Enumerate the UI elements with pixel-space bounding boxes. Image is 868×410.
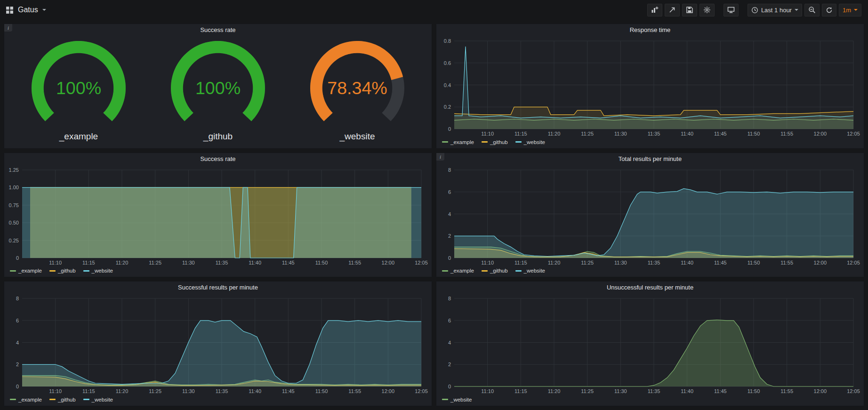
y-tick-label: 2 <box>16 362 19 368</box>
add-panel-button[interactable] <box>647 4 662 16</box>
x-tick-label: 11:20 <box>548 388 561 394</box>
y-tick-label: 4 <box>448 211 451 217</box>
panel-title[interactable]: Unsuccessful results per minute <box>436 281 864 294</box>
dashboard-grid-icon <box>6 6 14 14</box>
x-tick-label: 11:40 <box>249 260 261 265</box>
legend-label: _website <box>92 268 113 273</box>
cycle-view-button[interactable] <box>723 4 739 16</box>
gauge-group: 100%_example100%_github78.34%_website <box>4 36 432 148</box>
zoom-out-button[interactable] <box>804 4 820 16</box>
x-tick-label: 11:15 <box>514 260 527 265</box>
y-tick-label: 0 <box>16 255 19 261</box>
x-tick-label: 11:35 <box>648 260 660 265</box>
legend-item-_example[interactable]: _example <box>10 268 42 273</box>
panel-info-icon[interactable]: i <box>4 24 12 32</box>
legend-item-_website[interactable]: _website <box>83 397 113 402</box>
legend-item-_website[interactable]: _website <box>83 268 113 273</box>
legend-marker <box>442 270 448 272</box>
save-button[interactable] <box>682 4 697 16</box>
x-tick-label: 11:45 <box>714 131 727 137</box>
refresh-button[interactable] <box>822 4 836 16</box>
y-tick-label: 1.00 <box>9 185 19 190</box>
x-tick-label: 11:20 <box>548 260 561 265</box>
legend: _example_github_website <box>4 396 432 406</box>
caret-down-icon <box>42 9 46 11</box>
legend-item-_example[interactable]: _example <box>442 139 474 145</box>
share-button[interactable] <box>665 4 680 16</box>
x-tick-label: 11:50 <box>315 260 328 265</box>
legend: _example_github_website <box>4 267 432 277</box>
x-tick-label: 11:45 <box>282 260 295 265</box>
panel-title[interactable]: Total results per minute <box>436 153 864 165</box>
gear-icon <box>703 6 711 14</box>
x-tick-label: 11:55 <box>780 131 793 137</box>
legend-item-_example[interactable]: _example <box>442 268 474 273</box>
legend-marker <box>10 270 16 272</box>
x-tick-label: 11:50 <box>315 388 328 394</box>
x-tick-label: 12:05 <box>415 388 428 394</box>
zoom-out-icon <box>808 6 816 14</box>
legend-item-_github[interactable]: _github <box>49 268 76 273</box>
response-time-chart[interactable]: 11:1011:1511:2011:2511:3011:3511:4011:45… <box>436 36 864 138</box>
x-tick-label: 11:15 <box>514 388 527 394</box>
y-tick-label: 0 <box>448 255 451 261</box>
y-tick-label: 4 <box>16 340 19 346</box>
legend: _website <box>436 396 864 406</box>
x-tick-label: 11:45 <box>714 388 727 394</box>
legend-item-_website[interactable]: _website <box>515 268 545 273</box>
refresh-interval-button[interactable]: 1m <box>839 4 861 16</box>
x-tick-label: 11:20 <box>116 388 129 394</box>
legend-marker <box>83 270 89 272</box>
success-rate-chart[interactable]: 11:1011:1511:2011:2511:3011:3511:4011:45… <box>4 165 432 267</box>
panel-total-results: i Total results per minute 11:1011:1511:… <box>436 153 864 278</box>
settings-button[interactable] <box>699 4 715 16</box>
dashboard-title-button[interactable]: Gatus <box>6 6 46 14</box>
legend-item-_github[interactable]: _github <box>482 139 508 145</box>
legend: _example_github_website <box>436 267 864 277</box>
y-tick-label: 1.25 <box>9 167 19 173</box>
panel-title[interactable]: Success rate <box>4 153 432 165</box>
x-tick-label: 11:10 <box>49 388 62 394</box>
y-tick-label: 0.8 <box>444 38 451 44</box>
x-tick-label: 12:00 <box>814 388 827 394</box>
x-tick-label: 11:25 <box>581 388 594 394</box>
panel-title[interactable]: Response time <box>436 24 864 36</box>
panel-title[interactable]: Successful results per minute <box>4 281 432 294</box>
x-tick-label: 12:05 <box>847 131 860 137</box>
successful-results-chart[interactable]: 11:1011:1511:2011:2511:3011:3511:4011:45… <box>4 294 432 396</box>
navbar: Gatus <box>0 0 868 20</box>
legend-label: _website <box>524 139 545 145</box>
y-tick-label: 4 <box>448 340 451 346</box>
unsuccessful-results-chart[interactable]: 11:1011:1511:2011:2511:3011:3511:4011:45… <box>436 294 864 396</box>
legend-marker <box>482 141 488 143</box>
legend-item-_github[interactable]: _github <box>49 397 76 402</box>
series-_website-area <box>22 187 421 258</box>
gauge-canvas: 100% <box>157 39 279 132</box>
legend-item-_website[interactable]: _website <box>515 139 545 145</box>
legend-item-_example[interactable]: _example <box>10 397 42 402</box>
legend-marker <box>442 399 448 400</box>
y-tick-label: 0.75 <box>9 202 19 208</box>
legend-item-_github[interactable]: _github <box>482 268 508 273</box>
legend-marker <box>515 270 522 272</box>
legend-marker <box>83 399 89 400</box>
dashboard-grid: i Success rate 100%_example100%_github78… <box>0 20 868 410</box>
gauge-canvas: 100% <box>18 39 139 132</box>
panel-title[interactable]: Success rate <box>4 24 432 36</box>
legend-label: _github <box>490 139 508 145</box>
y-tick-label: 8 <box>448 296 451 301</box>
panel-info-icon[interactable]: i <box>436 153 444 161</box>
gauge-value: 78.34% <box>327 78 387 98</box>
x-tick-label: 11:35 <box>648 388 660 394</box>
legend-label: _example <box>450 139 474 145</box>
legend-label: _website <box>92 397 113 402</box>
x-tick-label: 12:00 <box>382 388 395 394</box>
y-tick-label: 0 <box>448 384 451 389</box>
save-icon <box>686 6 693 14</box>
time-range-button[interactable]: Last 1 hour <box>747 4 802 16</box>
chart-canvas: 11:1011:1511:2011:2511:3011:3511:4011:45… <box>436 36 864 138</box>
legend-item-_website[interactable]: _website <box>442 397 472 402</box>
total-results-chart[interactable]: 11:1011:1511:2011:2511:3011:3511:4011:45… <box>436 165 864 267</box>
x-tick-label: 11:10 <box>49 260 62 265</box>
y-tick-label: 0 <box>16 384 19 389</box>
